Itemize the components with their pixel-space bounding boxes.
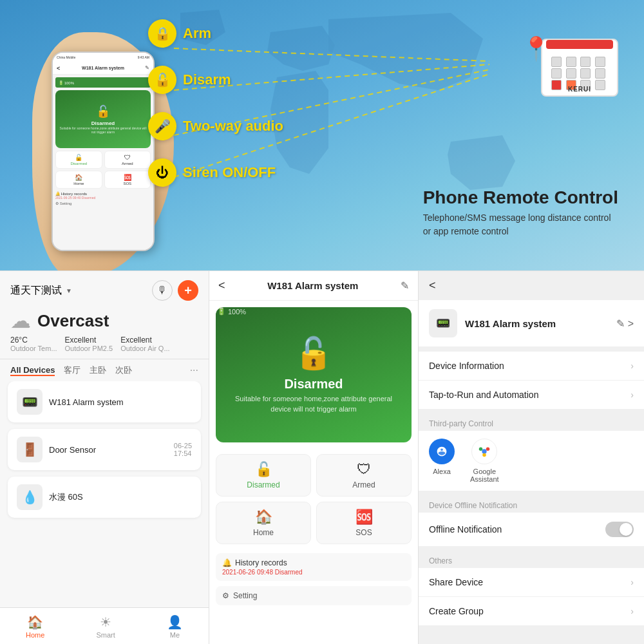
home-title-row[interactable]: 通天下测试 ▼ <box>10 284 72 298</box>
map-pin: 📍 <box>522 35 551 62</box>
nav-home-label: Home <box>26 631 44 639</box>
create-group-label: Create Group <box>429 606 630 616</box>
p2-ctrl-sos[interactable]: 🆘 SOS <box>316 502 412 544</box>
weather-label: Overcast <box>37 311 109 331</box>
hero-label-siren: ⏻ Siren ON/OFF <box>148 158 283 187</box>
device-info: 水漫 60S <box>49 491 192 503</box>
p3-others-title: Others <box>419 551 644 568</box>
air-value: Excellent <box>120 336 169 345</box>
p3-third-party-title: Third-party Control <box>419 414 644 431</box>
panels-container: 通天下测试 ▼ 🎙 + ☁ Overcast 26°C Outdoor Tem.… <box>0 270 644 644</box>
hero-label-arm: 🔒 Arm <box>148 19 283 48</box>
device-name: Door Sensor <box>49 445 167 455</box>
p2-setting[interactable]: ⚙ Setting <box>216 586 412 605</box>
alexa-label: Alexa <box>433 468 451 475</box>
offline-toggle[interactable] <box>605 522 634 537</box>
p2-history-title: 🔔 History records <box>222 558 405 567</box>
device-icon: 💧 <box>17 484 43 510</box>
list-item[interactable]: 💧 水漫 60S <box>8 477 201 518</box>
p3-offline-row[interactable]: Offline Notification <box>419 513 644 546</box>
p3-edit-button[interactable]: ✎ > <box>616 317 634 330</box>
p3-others-section: Share Device › Create Group › <box>419 568 644 625</box>
disarmed-label: Disarmed <box>247 480 279 489</box>
p2-lock-icon: 🔓 <box>294 336 333 372</box>
p2-edit-button[interactable]: ✎ <box>401 279 409 292</box>
hero-section: China Mobile 9:43 AM < W181 Alarm system… <box>0 0 644 270</box>
device-time: 06-2517:54 <box>174 442 192 457</box>
home-ctrl-icon: 🏠 <box>255 509 272 526</box>
device-info-label: Device Information <box>429 361 630 371</box>
svg-point-8 <box>483 453 487 457</box>
mic-button[interactable]: 🎙 <box>152 280 173 301</box>
p2-status-sub: Suitable for someone home,zone attribute… <box>216 394 412 414</box>
panel-device-settings: < 📟 W181 Alarm system ✎ > Device Informa… <box>419 271 644 644</box>
tab-second-bedroom[interactable]: 次卧 <box>115 365 132 376</box>
chevron-down-icon: ▼ <box>66 287 72 294</box>
p3-header: < <box>419 271 644 300</box>
p3-back-button[interactable]: < <box>429 279 436 292</box>
p2-history[interactable]: 🔔 History records 2021-06-26 09:48 Disar… <box>216 553 412 581</box>
p3-offline-title: Device Offline Notification <box>419 496 644 513</box>
pm-label: Outdoor PM2.5 <box>65 345 113 352</box>
p3-device-name: W181 Alarm system <box>465 318 609 329</box>
chevron-right-icon: › <box>630 390 634 400</box>
p2-header: < W181 Alarm system ✎ <box>209 271 418 301</box>
list-item[interactable]: 🚪 Door Sensor 06-2517:54 <box>8 429 201 470</box>
p2-ctrl-home[interactable]: 🏠 Home <box>216 502 311 544</box>
p3-row-automation[interactable]: Tap-to-Run and Automation › <box>419 381 644 409</box>
nav-smart[interactable]: ☀ Smart <box>96 614 115 639</box>
device-icon: 🚪 <box>17 437 43 462</box>
svg-point-6 <box>486 448 490 451</box>
home-nav-icon: 🏠 <box>27 614 43 630</box>
nav-smart-label: Smart <box>96 631 115 639</box>
hero-phone: China Mobile 9:43 AM < W181 Alarm system… <box>19 39 148 270</box>
svg-point-5 <box>482 449 487 453</box>
p2-back-button[interactable]: < <box>218 279 225 292</box>
tab-all-devices[interactable]: All Devices <box>10 365 55 376</box>
p3-device-icon: 📟 <box>429 309 457 337</box>
home-title-text: 通天下测试 <box>10 284 62 298</box>
home-ctrl-label: Home <box>253 528 274 537</box>
device-icon: 📟 <box>17 389 43 415</box>
air-label: Outdoor Air Q... <box>120 345 169 352</box>
offline-notification-label: Offline Notification <box>429 524 605 535</box>
p3-row-share-device[interactable]: Share Device › <box>419 568 644 597</box>
device-name: W181 Alarm system <box>49 397 192 407</box>
disarmed-icon: 🔓 <box>255 461 272 478</box>
nav-home[interactable]: 🏠 Home <box>26 614 44 639</box>
device-info: Door Sensor <box>49 445 167 455</box>
add-device-button[interactable]: + <box>178 280 198 301</box>
panel1-header: 通天下测试 ▼ 🎙 + <box>0 271 209 306</box>
more-tabs-button[interactable]: ··· <box>190 365 198 376</box>
sos-icon: 🆘 <box>355 509 373 526</box>
gear-icon: ⚙ <box>222 591 229 600</box>
device-image: KERUI <box>541 39 618 97</box>
cloud-icon: ☁ <box>10 308 31 333</box>
p3-row-create-group[interactable]: Create Group › <box>419 597 644 625</box>
bottom-nav: 🏠 Home ☀ Smart 👤 Me <box>0 607 209 644</box>
p2-ctrl-armed[interactable]: 🛡 Armed <box>316 454 412 497</box>
weather-block: ☁ Overcast 26°C Outdoor Tem... Excellent… <box>0 306 209 359</box>
p2-controls: 🔓 Disarmed 🛡 Armed 🏠 Home 🆘 SOS <box>216 454 412 544</box>
list-item[interactable]: 📟 W181 Alarm system <box>8 381 201 422</box>
tab-living-room[interactable]: 客厅 <box>64 365 80 376</box>
p2-status-area: 🔋 100% 🔓 Disarmed Suitable for someone h… <box>216 307 412 442</box>
p2-ctrl-disarmed[interactable]: 🔓 Disarmed <box>216 454 311 497</box>
hero-text-block: Phone Remote Control Telephone/SMS messa… <box>423 187 618 238</box>
alexa-icon <box>429 439 455 464</box>
google-assistant-item[interactable]: GoogleAssistant <box>470 439 499 483</box>
temp-value: 26°C <box>10 336 57 345</box>
p2-history-value: 2021-06-26 09:48 Disarmed <box>222 569 405 576</box>
p3-row-device-info[interactable]: Device Information › <box>419 352 644 381</box>
alexa-item[interactable]: Alexa <box>429 439 455 483</box>
temp-label: Outdoor Tem... <box>10 345 57 352</box>
panel-alarm-detail: < W181 Alarm system ✎ 🔋 100% 🔓 Disarmed … <box>209 271 419 644</box>
me-nav-icon: 👤 <box>167 614 183 630</box>
device-tabs: All Devices 客厅 主卧 次卧 ··· <box>0 365 209 381</box>
tab-master-bedroom[interactable]: 主卧 <box>90 365 106 376</box>
hero-label-disarm: 🔓 Disarm <box>148 66 283 94</box>
pm-value: Excellent <box>65 336 113 345</box>
smart-nav-icon: ☀ <box>100 614 111 630</box>
nav-me[interactable]: 👤 Me <box>167 614 183 639</box>
p3-main-rows: Device Information › Tap-to-Run and Auto… <box>419 352 644 409</box>
